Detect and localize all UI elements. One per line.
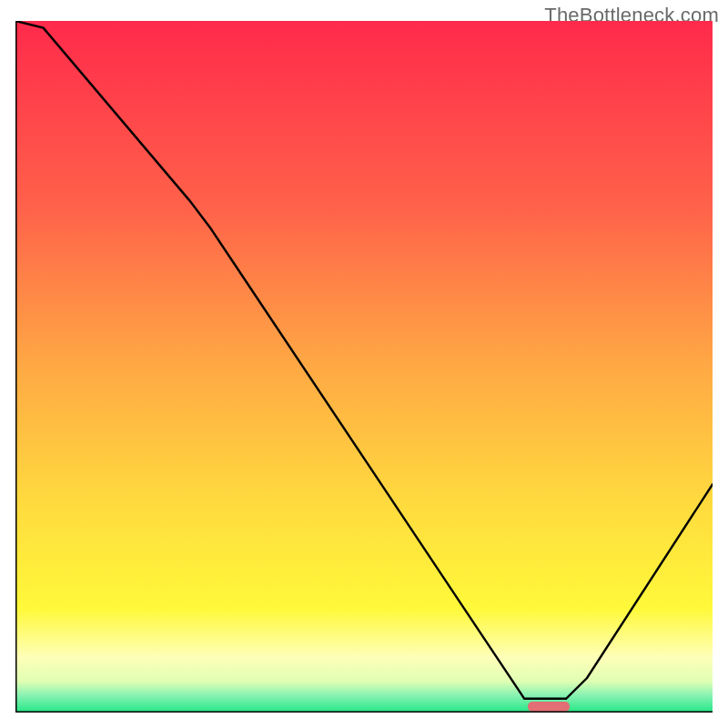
bottleneck-chart bbox=[15, 21, 713, 713]
gradient-background bbox=[15, 21, 713, 713]
optimal-marker bbox=[528, 702, 570, 712]
chart-container bbox=[15, 21, 713, 713]
